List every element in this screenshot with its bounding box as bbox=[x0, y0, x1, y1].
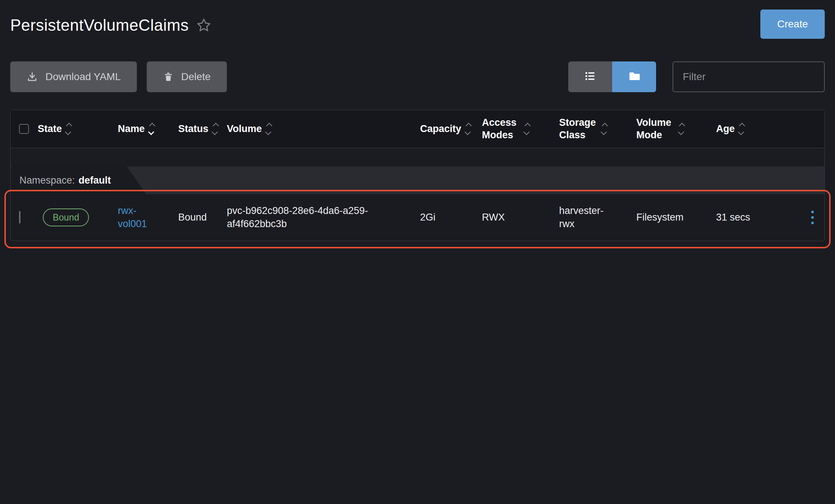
capacity-cell: 2Gi bbox=[417, 211, 479, 224]
column-header-state[interactable]: State bbox=[35, 123, 115, 135]
namespace-value: default bbox=[79, 175, 111, 186]
name-cell: rwx-vol001 bbox=[115, 204, 175, 230]
volume-mode-cell: Filesystem bbox=[633, 211, 713, 224]
storage-class-cell: harvester-rwx bbox=[556, 204, 633, 230]
age-cell: 31 secs bbox=[713, 211, 783, 224]
column-header-volume-mode[interactable]: Volume Mode bbox=[633, 117, 713, 142]
pvc-page: PersistentVolumeClaims Create bbox=[0, 0, 835, 504]
pvc-name-link[interactable]: rwx-vol001 bbox=[118, 204, 154, 230]
namespace-group-box: Bound rwx-vol001 Bound pvc-b962c908-28e6… bbox=[11, 194, 824, 241]
row-checkbox[interactable] bbox=[19, 211, 20, 223]
group-tab-slant bbox=[127, 166, 146, 194]
namespace-group-tab: Namespace: default bbox=[11, 166, 824, 194]
table-header-row: State Name Status Volume Capacity Access… bbox=[11, 110, 824, 148]
column-header-access-modes[interactable]: Access Modes bbox=[479, 117, 556, 142]
download-yaml-label: Download YAML bbox=[45, 71, 121, 83]
filter-input[interactable] bbox=[673, 61, 825, 92]
list-icon bbox=[584, 69, 597, 84]
create-button[interactable]: Create bbox=[760, 10, 825, 39]
favorite-star-icon[interactable] bbox=[196, 18, 211, 33]
table-row[interactable]: Bound rwx-vol001 Bound pvc-b962c908-28e6… bbox=[11, 194, 824, 241]
folder-icon bbox=[628, 69, 641, 84]
sort-icon[interactable] bbox=[739, 124, 743, 134]
table-body: Namespace: default Bound rwx-vol001 Boun… bbox=[11, 166, 824, 241]
sort-icon[interactable] bbox=[266, 124, 270, 134]
access-modes-cell: RWX bbox=[479, 211, 556, 224]
column-header-status[interactable]: Status bbox=[175, 123, 224, 135]
row-actions-kebab-icon[interactable] bbox=[800, 211, 824, 224]
actions-row: Download YAML Delete bbox=[10, 61, 825, 92]
status-cell: Bound bbox=[175, 211, 224, 224]
volume-cell: pvc-b962c908-28e6-4da6-a259-af4f662bbc3b bbox=[224, 204, 417, 230]
delete-label: Delete bbox=[181, 71, 211, 83]
column-header-capacity[interactable]: Capacity bbox=[417, 123, 479, 135]
download-icon bbox=[26, 71, 38, 83]
sort-icon[interactable] bbox=[679, 124, 683, 134]
trash-icon bbox=[163, 71, 174, 82]
sort-icon[interactable] bbox=[465, 124, 470, 134]
sort-icon[interactable] bbox=[66, 124, 70, 134]
sort-icon[interactable] bbox=[149, 124, 153, 134]
delete-button[interactable]: Delete bbox=[147, 61, 227, 92]
list-view-button[interactable] bbox=[568, 61, 612, 92]
column-header-volume[interactable]: Volume bbox=[224, 123, 417, 135]
download-yaml-button[interactable]: Download YAML bbox=[10, 61, 137, 92]
sort-icon[interactable] bbox=[524, 124, 529, 134]
grouped-view-button[interactable] bbox=[612, 61, 656, 92]
column-header-name[interactable]: Name bbox=[115, 123, 175, 135]
column-header-storage-class[interactable]: Storage Class bbox=[556, 117, 633, 142]
page-title: PersistentVolumeClaims bbox=[10, 16, 189, 34]
column-header-age[interactable]: Age bbox=[713, 123, 783, 135]
title-row: PersistentVolumeClaims Create bbox=[0, 0, 835, 39]
sort-icon[interactable] bbox=[213, 124, 217, 134]
actions-cell bbox=[783, 211, 824, 224]
select-all-checkbox[interactable] bbox=[19, 124, 29, 134]
pvc-table: State Name Status Volume Capacity Access… bbox=[10, 110, 825, 241]
status-badge: Bound bbox=[43, 208, 89, 226]
view-toggle bbox=[568, 61, 656, 92]
namespace-label: Namespace: bbox=[19, 175, 75, 186]
sort-icon[interactable] bbox=[602, 124, 606, 134]
state-cell: Bound bbox=[35, 208, 115, 226]
